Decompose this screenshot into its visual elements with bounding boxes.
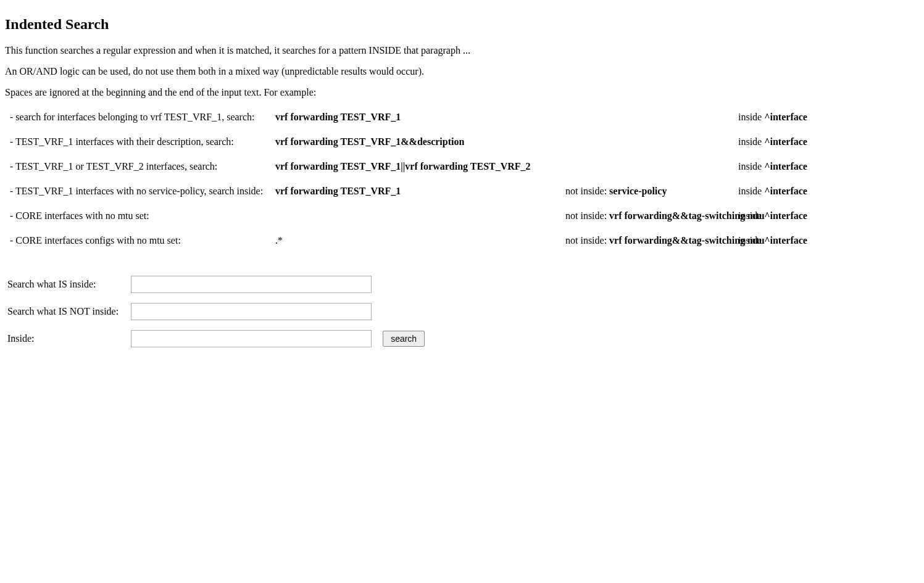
example-row: - CORE interfaces configs with no mtu se… — [10, 235, 924, 246]
intro-paragraph-2: An OR/AND logic can be used, do not use … — [5, 66, 924, 77]
example-search: vrf forwarding TEST_VRF_1 — [275, 186, 565, 197]
example-not: not inside: service-policy — [565, 186, 738, 197]
search-form: Search what IS inside: Search what IS NO… — [5, 271, 427, 352]
is-not-inside-input[interactable] — [131, 303, 372, 320]
example-row: - TEST_VRF_1 interfaces with no service-… — [10, 186, 924, 197]
examples-block: - search for interfaces belonging to vrf… — [10, 112, 924, 246]
example-desc: - TEST_VRF_1 interfaces with their descr… — [10, 136, 275, 147]
page-title: Indented Search — [5, 16, 924, 33]
example-desc: - CORE interfaces configs with no mtu se… — [10, 235, 275, 246]
is-inside-input[interactable] — [131, 276, 372, 293]
example-not: not inside: vrf forwarding&&tag-switchin… — [565, 235, 738, 246]
example-inside: inside ^interface — [738, 235, 843, 246]
example-desc: - TEST_VRF_1 interfaces with no service-… — [10, 186, 275, 197]
example-row: - TEST_VRF_1 interfaces with their descr… — [10, 136, 924, 147]
example-row: - CORE interfaces with no mtu set: not i… — [10, 210, 924, 221]
example-search: vrf forwarding TEST_VRF_1 — [275, 112, 565, 123]
intro-paragraph-1: This function searches a regular express… — [5, 45, 924, 56]
example-inside: inside ^interface — [738, 186, 843, 197]
example-search: vrf forwarding TEST_VRF_1&&description — [275, 136, 565, 147]
example-inside: inside ^interface — [738, 210, 843, 221]
example-not: not inside: vrf forwarding&&tag-switchin… — [565, 210, 738, 221]
inside-input[interactable] — [131, 330, 372, 347]
example-desc: - TEST_VRF_1 or TEST_VRF_2 interfaces, s… — [10, 161, 275, 172]
is-not-inside-label: Search what IS NOT inside: — [5, 298, 128, 325]
example-search: .* — [275, 235, 565, 246]
example-desc: - CORE interfaces with no mtu set: — [10, 210, 275, 221]
example-inside: inside ^interface — [738, 161, 843, 172]
example-row: - TEST_VRF_1 or TEST_VRF_2 interfaces, s… — [10, 161, 924, 172]
search-button[interactable]: search — [383, 331, 425, 347]
example-inside: inside ^interface — [738, 112, 843, 123]
is-inside-label: Search what IS inside: — [5, 271, 128, 298]
example-inside: inside ^interface — [738, 136, 843, 147]
example-row: - search for interfaces belonging to vrf… — [10, 112, 924, 123]
example-desc: - search for interfaces belonging to vrf… — [10, 112, 275, 123]
intro-paragraph-3: Spaces are ignored at the beginning and … — [5, 87, 924, 98]
example-search: vrf forwarding TEST_VRF_1||vrf forwardin… — [275, 161, 565, 172]
inside-label: Inside: — [5, 325, 128, 352]
